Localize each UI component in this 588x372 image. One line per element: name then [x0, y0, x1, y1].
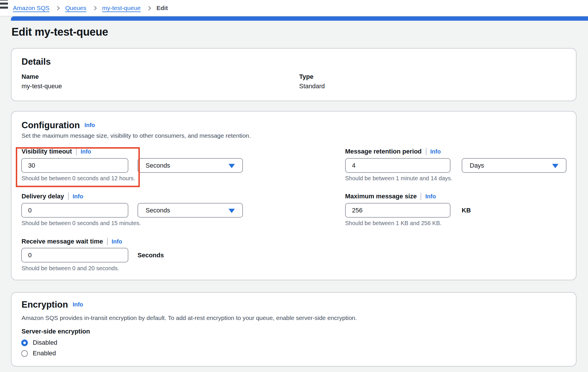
configuration-heading: ConfigurationInfo: [22, 120, 95, 131]
max-message-size-label-row: Maximum message size Info: [345, 193, 436, 200]
type-label: Type: [299, 73, 325, 80]
server-side-encryption-label: Server-side encryption: [22, 328, 90, 335]
radio-option-disabled[interactable]: Disabled: [21, 339, 57, 346]
receive-wait-hint: Should be between 0 and 20 seconds.: [22, 265, 119, 272]
page-title: Edit my-test-queue: [11, 26, 108, 38]
details-name-field: Name my-test-queue: [22, 73, 62, 90]
name-label: Name: [22, 73, 62, 80]
breadcrumb: Amazon SQS Queues my-test-queue Edit: [13, 0, 168, 16]
configuration-info-link[interactable]: Info: [84, 122, 95, 128]
breadcrumb-edit: Edit: [156, 5, 168, 11]
blue-ribbon: [11, 16, 588, 21]
breadcrumb-amazon-sqs[interactable]: Amazon SQS: [13, 5, 49, 11]
visibility-timeout-hint: Should be between 0 seconds and 12 hours…: [22, 175, 135, 182]
radio-option-enabled[interactable]: Enabled: [21, 350, 56, 357]
message-retention-label-row: Message retention period Info: [345, 148, 441, 155]
max-message-size-input[interactable]: [345, 203, 450, 218]
message-retention-info-link[interactable]: Info: [430, 148, 441, 155]
breadcrumb-bar: Amazon SQS Queues my-test-queue Edit: [0, 0, 588, 16]
visibility-timeout-info-link[interactable]: Info: [81, 148, 91, 155]
type-value: Standard: [299, 83, 325, 90]
delivery-delay-unit-value: Seconds: [146, 207, 170, 214]
visibility-timeout-input[interactable]: [21, 158, 128, 173]
hamburger-menu-icon[interactable]: [0, 0, 9, 11]
receive-wait-input[interactable]: [21, 248, 128, 262]
encryption-info-link[interactable]: Info: [73, 301, 83, 308]
visibility-timeout-label: Visibility timeout: [22, 148, 72, 155]
breadcrumb-queue-name[interactable]: my-test-queue: [102, 5, 141, 11]
details-type-field: Type Standard: [299, 73, 325, 90]
encryption-heading: EncryptionInfo: [22, 300, 83, 310]
encryption-card: EncryptionInfo Amazon SQS provides in-tr…: [11, 292, 577, 367]
message-retention-input[interactable]: [345, 158, 450, 173]
chevron-right-icon: [92, 6, 97, 11]
visibility-timeout-label-row: Visibility timeout Info: [22, 148, 91, 155]
message-retention-unit-select[interactable]: Days: [462, 158, 566, 173]
message-retention-unit-value: Days: [470, 162, 484, 169]
delivery-delay-info-link[interactable]: Info: [73, 193, 83, 200]
chevron-right-icon: [55, 6, 60, 11]
radio-unselected-icon[interactable]: [21, 350, 28, 357]
receive-wait-unit: Seconds: [138, 252, 164, 259]
receive-wait-info-link[interactable]: Info: [112, 238, 122, 245]
radio-selected-icon[interactable]: [21, 340, 28, 346]
chevron-right-icon: [147, 6, 151, 11]
max-message-size-info-link[interactable]: Info: [425, 193, 436, 200]
delivery-delay-unit-select[interactable]: Seconds: [138, 203, 243, 218]
configuration-card: ConfigurationInfo Set the maximum messag…: [11, 111, 577, 280]
caret-down-icon: [229, 164, 235, 168]
caret-down-icon: [229, 209, 235, 213]
delivery-delay-hint: Should be between 0 seconds and 15 minut…: [22, 220, 141, 227]
configuration-description: Set the maximum message size, visibility…: [22, 132, 251, 139]
details-heading: Details: [22, 57, 51, 67]
visibility-timeout-unit-value: Seconds: [146, 162, 170, 169]
sqs-edit-queue-page: Amazon SQS Queues my-test-queue Edit Edi…: [0, 0, 588, 372]
breadcrumb-queues[interactable]: Queues: [65, 5, 86, 11]
max-message-size-unit: KB: [462, 207, 471, 214]
visibility-timeout-unit-select[interactable]: Seconds: [138, 158, 243, 173]
details-card: Details Name my-test-queue Type Standard: [11, 48, 577, 101]
message-retention-hint: Should be between 1 minute and 14 days.: [345, 175, 452, 182]
max-message-size-hint: Should be between 1 KB and 256 KB.: [345, 220, 442, 227]
name-value: my-test-queue: [22, 83, 62, 90]
delivery-delay-label-row: Delivery delay Info: [22, 193, 83, 200]
delivery-delay-input[interactable]: [21, 203, 128, 218]
message-retention-label: Message retention period: [345, 148, 422, 155]
radio-disabled-label: Disabled: [33, 339, 57, 346]
radio-enabled-label: Enabled: [33, 350, 56, 357]
delivery-delay-label: Delivery delay: [22, 193, 64, 200]
receive-wait-label-row: Receive message wait time Info: [22, 238, 122, 245]
receive-wait-label: Receive message wait time: [22, 238, 103, 245]
caret-down-icon: [552, 164, 558, 168]
max-message-size-label: Maximum message size: [345, 193, 417, 200]
encryption-description: Amazon SQS provides in-transit encryptio…: [22, 315, 357, 321]
